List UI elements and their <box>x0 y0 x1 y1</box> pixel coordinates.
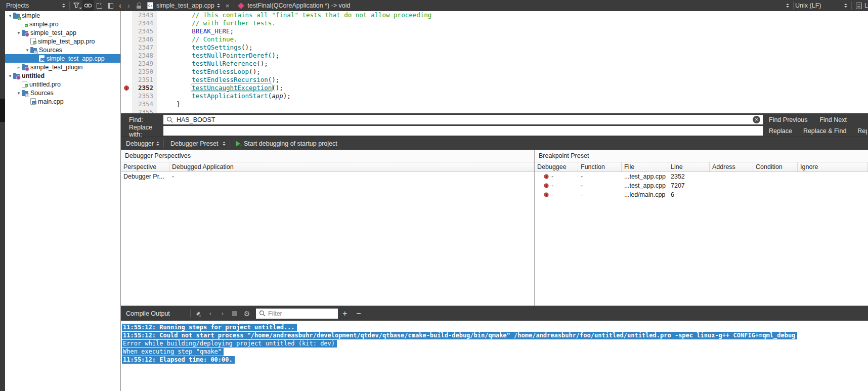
log-line[interactable]: Error while building/deploying project u… <box>122 340 868 348</box>
editor-line-2345[interactable]: 2345 BREAK_HERE; <box>121 27 868 35</box>
tree-item-untitled[interactable]: ▾untitled <box>5 71 120 80</box>
expander-icon[interactable]: ▾ <box>16 30 22 35</box>
filter-input[interactable] <box>256 309 338 319</box>
log-line[interactable]: 11:55:12: Running steps for project unti… <box>122 324 868 332</box>
editor-line-2344[interactable]: 2344 // with further tests. <box>121 19 868 27</box>
find-next-button[interactable]: Find Next <box>819 116 847 123</box>
breakpoint-margin[interactable] <box>121 52 132 60</box>
breakpoint-margin[interactable] <box>121 76 132 84</box>
close-pane-button[interactable] <box>105 0 116 11</box>
tree-item-sources[interactable]: ▾Sources <box>5 89 120 97</box>
find-input[interactable] <box>163 115 763 124</box>
encoding-selector[interactable]: Unix (LF) <box>795 2 842 9</box>
zoom-in-button[interactable]: + <box>338 309 352 318</box>
tree-item-simple-pro[interactable]: simple.pro <box>5 20 120 28</box>
sidebar-pane-selector[interactable]: Projects <box>6 2 60 9</box>
tree-item-simple-test-app-pro[interactable]: simple_test_app.pro <box>5 37 120 46</box>
stop-button[interactable] <box>229 308 241 319</box>
editor-line-2348[interactable]: 2348 testNullPointerDeref(); <box>121 52 868 60</box>
symbol-selector-spinner-icon[interactable] <box>786 4 789 8</box>
editor-line-2347[interactable]: 2347 testQSettings(); <box>121 44 868 52</box>
column-header-address[interactable]: Address <box>710 162 753 171</box>
pane-selector-spinner-icon[interactable] <box>62 4 65 8</box>
log-line[interactable]: 11:55:12: Elapsed time: 00:00. <box>122 356 868 364</box>
breakpoint-icon[interactable] <box>124 85 129 91</box>
go-forward-button[interactable]: › <box>124 1 133 11</box>
breakpoint-margin[interactable] <box>121 60 132 68</box>
breakpoint-margin[interactable] <box>121 108 132 113</box>
breakpoint-row[interactable]: --...test_app.cpp2352 <box>535 172 868 181</box>
replace-all-button[interactable]: Replace All <box>857 127 867 135</box>
column-header-condition[interactable]: Condition <box>753 162 798 171</box>
editor-line-2351[interactable]: 2351 testEndlessRecursion(); <box>121 76 868 84</box>
replace-button[interactable]: Replace <box>769 127 792 135</box>
editor-line-2350[interactable]: 2350 testEndlessLoop(); <box>121 68 868 76</box>
tree-item-simple-test-app[interactable]: ▾simple_test_app <box>5 28 120 37</box>
lock-icon[interactable] <box>137 3 142 9</box>
replace-input[interactable] <box>163 126 763 136</box>
column-header-function[interactable]: Function <box>578 162 622 171</box>
editor-line-2353[interactable]: 2353 testApplicationStart(app); <box>121 92 868 100</box>
breakpoint-row[interactable]: --...led/main.cpp6 <box>535 190 868 199</box>
tree-item-sources[interactable]: ▾Sources <box>5 46 120 54</box>
tree-item-main-cpp[interactable]: main.cpp <box>5 97 120 106</box>
expander-icon[interactable]: ▸ <box>16 65 22 70</box>
breakpoint-margin[interactable] <box>121 92 132 100</box>
close-document-button[interactable]: × <box>223 2 233 10</box>
editor-line-2352[interactable]: 2352 testUncaughtException(); <box>121 84 868 92</box>
breakpoint-row[interactable]: --...test_app.cpp7207 <box>535 181 868 190</box>
breakpoint-margin[interactable] <box>121 100 132 108</box>
encoding-spinner-icon[interactable] <box>844 4 847 8</box>
column-header-debugged-application[interactable]: Debugged Application <box>169 162 534 171</box>
breakpoint-margin[interactable] <box>121 84 132 92</box>
find-previous-button[interactable]: Find Previous <box>769 116 807 123</box>
breakpoint-margin[interactable] <box>121 68 132 76</box>
column-header-file[interactable]: File <box>622 162 668 171</box>
tree-item-simple-test-app-cpp[interactable]: simple_test_app.cpp <box>5 54 120 63</box>
current-symbol[interactable]: testFinal(QCoreApplication *) -> void <box>247 2 350 9</box>
editor-line-2346[interactable]: 2346 // Continue. <box>121 35 868 44</box>
sync-with-editor-button[interactable] <box>82 0 94 11</box>
filter-button[interactable] <box>71 0 82 11</box>
clear-find-icon[interactable]: × <box>753 116 760 123</box>
code-editor[interactable]: 2343 // This contains all "final" tests … <box>121 11 868 113</box>
breakpoint-margin[interactable] <box>121 44 132 52</box>
perspective-row[interactable]: Debugger Pr...- <box>121 172 534 181</box>
log-line[interactable]: 11:55:12: Could not start process "/home… <box>122 332 868 340</box>
compile-output-log[interactable]: 11:55:12: Running steps for project unti… <box>121 321 868 391</box>
replace-and-find-button[interactable]: Replace & Find <box>803 127 846 135</box>
clear-output-button[interactable] <box>192 308 204 319</box>
breakpoint-margin[interactable] <box>121 35 132 44</box>
editor-line-2355[interactable]: 2355 <box>121 108 868 113</box>
editor-line-2354[interactable]: 2354 } <box>121 100 868 108</box>
settings-button[interactable]: ⚙ <box>241 308 253 319</box>
debugger-preset-combo[interactable]: Debugger Preset <box>165 140 228 147</box>
tree-item-untitled-pro[interactable]: untitled.pro <box>5 80 120 89</box>
column-header-ignore[interactable]: Ignore <box>798 162 868 171</box>
next-item-button[interactable]: › <box>216 308 229 319</box>
tree-item-simple-test-plugin[interactable]: ▸simple_test_plugin <box>5 63 120 71</box>
expander-icon[interactable]: ▾ <box>24 48 30 53</box>
column-header-perspective[interactable]: Perspective <box>121 162 169 171</box>
expander-icon[interactable]: ▾ <box>7 13 13 18</box>
line-column-indicator[interactable]: L <box>864 2 868 9</box>
editor-line-2343[interactable]: 2343 // This contains all "final" tests … <box>121 11 868 19</box>
previous-item-button[interactable]: ‹ <box>204 308 216 319</box>
zoom-out-button[interactable]: − <box>352 309 365 318</box>
go-back-button[interactable]: ‹ <box>116 1 124 11</box>
split-pane-button[interactable] <box>94 0 105 11</box>
column-header-line[interactable]: Line <box>668 162 710 171</box>
compile-output-title[interactable]: Compile Output <box>121 310 189 317</box>
breakpoint-margin[interactable] <box>121 11 132 19</box>
column-header-debuggee[interactable]: Debuggee <box>535 162 578 171</box>
open-document-name[interactable]: simple_test_app.cpp <box>156 2 214 9</box>
expander-icon[interactable]: ▾ <box>16 91 22 96</box>
expander-icon[interactable]: ▾ <box>7 73 13 78</box>
start-debugging-button[interactable]: Start debugging of startup project <box>244 140 337 147</box>
debugger-engine-combo[interactable]: Debugger <box>121 140 162 147</box>
document-dropdown-icon[interactable] <box>217 4 220 8</box>
editor-line-2349[interactable]: 2349 testNullReference(); <box>121 60 868 68</box>
log-line[interactable]: When executing step "qmake" <box>122 348 868 356</box>
document-settings-icon[interactable] <box>856 3 862 9</box>
breakpoint-margin[interactable] <box>121 27 132 35</box>
